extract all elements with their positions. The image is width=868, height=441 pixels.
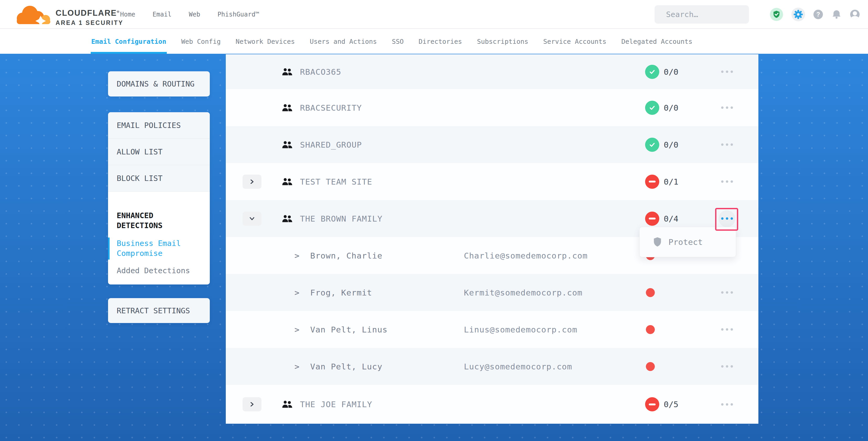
status-protected-badge bbox=[645, 101, 659, 115]
row-menu-button[interactable] bbox=[718, 173, 735, 190]
ellipsis-dot bbox=[721, 70, 723, 73]
ellipsis-dot bbox=[731, 291, 733, 294]
tab-network-devices[interactable]: Network Devices bbox=[236, 29, 295, 54]
group-name: RBACO365 bbox=[300, 67, 341, 76]
row-menu-button[interactable] bbox=[718, 358, 735, 375]
tab-delegated-accounts[interactable]: Delegated Accounts bbox=[621, 29, 692, 54]
tab-service-accounts[interactable]: Service Accounts bbox=[544, 29, 607, 54]
status-unprotected-badge bbox=[645, 175, 659, 189]
sidebar-item-business-email-compromise[interactable]: Business Email Compromise bbox=[117, 238, 199, 258]
tab-web-config[interactable]: Web Config bbox=[181, 29, 221, 54]
chevron-right-glyph: > bbox=[294, 251, 300, 260]
tab-sso[interactable]: SSO bbox=[392, 29, 404, 54]
menu-item-protect[interactable]: Protect bbox=[669, 237, 703, 247]
group-name: THE BROWN FAMILY bbox=[300, 214, 382, 223]
user-name: Frog, Kermit bbox=[310, 288, 372, 297]
tab-email-configuration[interactable]: Email Configuration bbox=[91, 29, 166, 54]
ellipsis-dot bbox=[731, 144, 733, 146]
user-email: Kermit@somedemocorp.com bbox=[464, 288, 582, 297]
group-row: TEST TEAM SITE0/1 bbox=[226, 163, 758, 200]
sidebar-item-retract-settings[interactable]: RETRACT SETTINGS bbox=[108, 298, 210, 323]
chevron-right-glyph: > bbox=[294, 325, 300, 334]
chevron-right-glyph: > bbox=[294, 362, 300, 371]
row-menu-button[interactable] bbox=[718, 284, 735, 301]
expand-toggle-button[interactable] bbox=[243, 175, 261, 189]
protected-count: 0/0 bbox=[664, 67, 678, 76]
status-unprotected-dot bbox=[646, 362, 655, 371]
main-background: DOMAINS & ROUTING EMAIL POLICIESALLOW LI… bbox=[0, 54, 868, 441]
sidebar-policies-card: EMAIL POLICIESALLOW LISTBLOCK LIST ENHAN… bbox=[108, 112, 210, 284]
tab-directories[interactable]: Directories bbox=[418, 29, 462, 54]
ellipsis-dot bbox=[731, 403, 733, 406]
nav-item-email[interactable]: Email bbox=[153, 11, 172, 18]
ellipsis-dot bbox=[726, 291, 728, 294]
group-row: RBACSECURITY0/0 bbox=[226, 89, 758, 126]
ellipsis-dot bbox=[721, 144, 723, 146]
ellipsis-dot bbox=[726, 328, 728, 330]
security-shield-check-icon[interactable] bbox=[770, 8, 783, 21]
protected-count: 0/5 bbox=[664, 400, 678, 409]
minus-icon bbox=[649, 181, 656, 183]
tab-users-and-actions[interactable]: Users and Actions bbox=[310, 29, 377, 54]
user-row: >Van Pelt, LinusLinus@somedemocorp.com bbox=[226, 311, 758, 348]
ellipsis-dot bbox=[721, 403, 723, 406]
ellipsis-dot bbox=[721, 106, 723, 109]
group-people-icon bbox=[282, 140, 292, 149]
sidebar-item-added-detections[interactable]: Added Detections bbox=[117, 265, 199, 276]
protected-count: 0/4 bbox=[664, 214, 678, 223]
help-icon[interactable]: ? bbox=[813, 10, 823, 19]
row-menu-button[interactable] bbox=[718, 99, 735, 116]
row-menu-button[interactable] bbox=[718, 63, 735, 80]
annotation-highlight-box bbox=[715, 208, 738, 231]
row-menu-button[interactable] bbox=[718, 396, 735, 413]
nav-item-home[interactable]: Home bbox=[120, 11, 135, 18]
registered-mark: ® bbox=[117, 10, 120, 13]
app-header: CLOUDFLARE® AREA 1 SECURITY HomeEmailWeb… bbox=[0, 0, 868, 29]
row-menu-button[interactable] bbox=[718, 136, 735, 153]
expand-toggle-button[interactable] bbox=[243, 397, 261, 411]
ellipsis-dot bbox=[721, 328, 723, 330]
status-protected-badge bbox=[645, 138, 659, 152]
cloudflare-cloud-icon bbox=[13, 3, 53, 27]
tab-subscriptions[interactable]: Subscriptions bbox=[477, 29, 528, 54]
user-name: Van Pelt, Linus bbox=[310, 325, 388, 334]
sidebar-enhanced-detections-section: ENHANCED DETECTIONS Business Email Compr… bbox=[108, 192, 210, 284]
notifications-bell-icon[interactable] bbox=[831, 9, 842, 20]
search-input[interactable] bbox=[666, 10, 763, 19]
sidebar-item-email-policies[interactable]: EMAIL POLICIES bbox=[108, 112, 210, 139]
sidebar-item-allow-list[interactable]: ALLOW LIST bbox=[108, 139, 210, 165]
ellipsis-dot bbox=[726, 106, 728, 109]
expand-toggle-button[interactable] bbox=[243, 212, 261, 226]
ellipsis-dot bbox=[726, 144, 728, 146]
sidebar-item-block-list[interactable]: BLOCK LIST bbox=[108, 165, 210, 192]
ellipsis-dot bbox=[721, 365, 723, 368]
user-row: >Van Pelt, LucyLucy@somedemocorp.com bbox=[226, 348, 758, 385]
sidebar-item-domains-routing[interactable]: DOMAINS & ROUTING bbox=[108, 71, 210, 96]
primary-nav: HomeEmailWebPhishGuard™ bbox=[120, 0, 259, 29]
nav-item-web[interactable]: Web bbox=[189, 11, 200, 18]
ellipsis-dot bbox=[731, 106, 733, 109]
account-avatar-icon[interactable] bbox=[850, 10, 860, 19]
protected-count: 0/0 bbox=[664, 140, 678, 150]
protected-count: 0/1 bbox=[664, 177, 678, 186]
group-row: SHARED_GROUP0/0 bbox=[226, 126, 758, 163]
nav-item-phishguard[interactable]: PhishGuard™ bbox=[217, 11, 259, 18]
enhanced-detections-title: ENHANCED DETECTIONS bbox=[117, 211, 199, 230]
ellipsis-dot bbox=[721, 180, 723, 183]
group-people-icon bbox=[282, 215, 292, 223]
group-people-icon bbox=[282, 103, 292, 112]
user-email: Charlie@somedemocorp.com bbox=[464, 251, 588, 260]
settings-gear-icon[interactable] bbox=[792, 8, 805, 21]
ellipsis-dot bbox=[726, 70, 728, 73]
cloudflare-logo[interactable]: CLOUDFLARE® AREA 1 SECURITY bbox=[13, 3, 124, 27]
user-email: Linus@somedemocorp.com bbox=[464, 325, 578, 334]
group-people-icon bbox=[282, 68, 292, 76]
row-menu-button[interactable] bbox=[718, 321, 735, 338]
minus-icon bbox=[649, 404, 656, 405]
group-people-icon bbox=[282, 178, 292, 186]
group-name: THE JOE FAMILY bbox=[300, 400, 372, 409]
user-name: Van Pelt, Lucy bbox=[310, 362, 382, 371]
search-box[interactable] bbox=[655, 5, 749, 24]
status-unprotected-dot bbox=[646, 325, 655, 334]
chevron-right-icon bbox=[249, 180, 255, 184]
